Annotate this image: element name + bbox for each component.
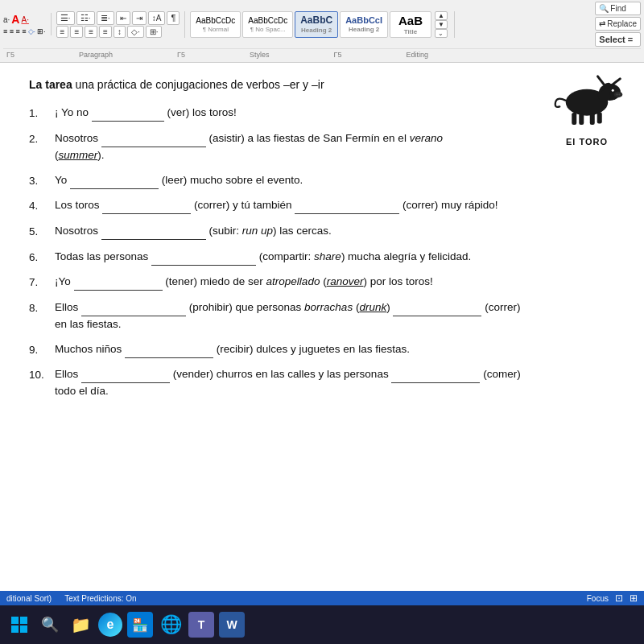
ribbon-label-fs: Γ5 xyxy=(6,51,14,59)
style-heading1[interactable]: AaBbC Heading 2 xyxy=(295,11,338,38)
styles-more[interactable]: ⌄ xyxy=(435,29,448,38)
q3-num: 3. xyxy=(29,172,48,190)
numbering-btn[interactable]: ☷· xyxy=(76,11,95,25)
q6-text: Todas las personas (compartir: share) mu… xyxy=(55,249,615,266)
focus-icon: ⊡ xyxy=(615,592,623,604)
taskbar-teams[interactable]: T xyxy=(188,612,214,638)
replace-button[interactable]: ⇄ Replace xyxy=(595,17,641,31)
svg-point-13 xyxy=(618,93,620,95)
q2-blank1[interactable] xyxy=(101,134,206,147)
shading-btn[interactable]: ◇· xyxy=(127,26,144,38)
ribbon-label-fs3: Γ5 xyxy=(333,51,341,59)
q8-num: 8. xyxy=(29,299,48,317)
q6-num: 6. xyxy=(29,249,48,266)
font-group: a· A A· ≡ ≡ ≡ ≡ ◇· ⊞· xyxy=(3,13,52,35)
q1-num: 1. xyxy=(29,105,48,122)
sort-btn[interactable]: ↕A xyxy=(148,11,166,25)
svg-line-4 xyxy=(598,76,605,85)
search-icon: 🔍 xyxy=(599,4,609,13)
style-title[interactable]: AaB Title xyxy=(390,11,431,38)
q10-blank1[interactable] xyxy=(81,370,170,383)
start-button[interactable] xyxy=(6,612,32,638)
question-5: 5. Nosotros (subir: run up) las cercas. xyxy=(29,223,615,241)
svg-rect-17 xyxy=(20,625,27,633)
align-right-btn[interactable]: ≡ xyxy=(85,26,97,38)
svg-rect-16 xyxy=(11,625,19,633)
predictions-label: Text Predictions: On xyxy=(64,594,136,603)
q9-blank1[interactable] xyxy=(125,345,213,358)
statusbar: ditional Sort) Text Predictions: On Focu… xyxy=(0,591,644,605)
taskbar: 🔍 📁 e 🏪 🌐 T W xyxy=(0,605,644,644)
align-left-btn[interactable]: ≡ xyxy=(56,26,69,38)
q10-text: Ellos (vender) churros en las calles y l… xyxy=(55,366,615,400)
q7-text: ¡Yo (tener) miedo de ser atropellado (ra… xyxy=(55,274,615,291)
multilevel-btn[interactable]: ≣· xyxy=(97,11,114,25)
svg-point-10 xyxy=(612,89,614,92)
line-spacing-btn[interactable]: ↕ xyxy=(114,26,126,38)
question-9: 9. Muchos niños (recibir) dulces y jugue… xyxy=(29,341,615,359)
editing-group: 🔍 Find ⇄ Replace Select = xyxy=(595,2,641,47)
taskbar-store[interactable]: 🏪 xyxy=(127,612,153,638)
taskbar-search[interactable]: 🔍 xyxy=(37,612,63,638)
q8-text: Ellos (prohibir) que personas borrachas … xyxy=(55,299,615,333)
q4-num: 4. xyxy=(29,197,48,215)
style-heading2[interactable]: AaBbCcI Heading 2 xyxy=(340,11,388,38)
ribbon-label-editing: Editing xyxy=(406,51,428,59)
q4-blank1[interactable] xyxy=(102,201,191,214)
style-nospacing[interactable]: AaBbCcDc ¶ No Spac... xyxy=(242,11,293,38)
question-6: 6. Todas las personas (compartir: share)… xyxy=(29,249,615,266)
highlight-icon: ◇· xyxy=(28,27,36,35)
q6-blank1[interactable] xyxy=(151,253,256,266)
style-normal[interactable]: AaBbCcDc ¶ Normal xyxy=(190,11,241,38)
taskbar-edge[interactable]: e xyxy=(98,613,122,637)
document-area: El TORO La tarea una práctica de conjuga… xyxy=(0,63,644,591)
q8-blank1[interactable] xyxy=(81,303,186,316)
svg-rect-14 xyxy=(11,617,19,624)
q4-blank2[interactable] xyxy=(295,201,399,214)
taskbar-explorer[interactable]: 📁 xyxy=(68,612,93,638)
ribbon-label-styles: Styles xyxy=(250,51,270,59)
q3-blank1[interactable] xyxy=(70,176,159,189)
zoom-icon: ⊞ xyxy=(630,592,638,604)
svg-line-3 xyxy=(613,79,621,85)
borders-btn[interactable]: ⊞· xyxy=(146,26,163,38)
windows-icon xyxy=(11,617,27,633)
q5-blank1[interactable] xyxy=(101,227,206,240)
bullets-btn[interactable]: ☰· xyxy=(56,11,75,25)
q9-text: Muchos niños (recibir) dulces y juguetes… xyxy=(55,341,615,358)
q2-num: 2. xyxy=(29,130,48,148)
styles-scroll-up[interactable]: ▲ xyxy=(435,11,448,20)
question-8: 8. Ellos (prohibir) que personas borrach… xyxy=(29,299,615,333)
font-color-a: A xyxy=(11,13,19,26)
q1-blank1[interactable] xyxy=(92,109,164,122)
q10-blank2[interactable] xyxy=(391,370,480,383)
pilcrow-btn[interactable]: ¶ xyxy=(167,11,180,25)
q8-blank2[interactable] xyxy=(393,303,481,316)
taskbar-word[interactable]: W xyxy=(219,612,245,638)
ribbon-label-fs2: Γ5 xyxy=(177,51,185,59)
font-underline-a: A· xyxy=(21,15,28,24)
q5-num: 5. xyxy=(29,223,48,241)
svg-point-12 xyxy=(616,93,617,95)
ribbon-label-paragraph: Paragraph xyxy=(79,51,113,59)
justify-btn[interactable]: ≡ xyxy=(99,26,112,38)
q7-blank1[interactable] xyxy=(74,278,163,291)
font-name: a· xyxy=(3,15,10,24)
align-center-btn[interactable]: ≡ xyxy=(70,26,83,38)
select-button[interactable]: Select = xyxy=(595,32,641,47)
replace-icon: ⇄ xyxy=(599,19,605,28)
styles-scroll-down[interactable]: ▼ xyxy=(435,20,448,29)
document-title: La tarea una práctica de conjugaciones d… xyxy=(29,76,615,93)
q3-text: Yo (leer) mucho sobre el evento. xyxy=(55,172,615,189)
q2-text: Nosotros (asistir) a las fiestas de San … xyxy=(55,130,615,164)
question-2: 2. Nosotros (asistir) a las fiestas de S… xyxy=(29,130,615,164)
taskbar-chrome[interactable]: 🌐 xyxy=(158,612,184,638)
q9-num: 9. xyxy=(29,341,48,359)
q7-num: 7. xyxy=(29,274,48,291)
find-button[interactable]: 🔍 Find xyxy=(595,2,641,15)
svg-point-11 xyxy=(614,92,623,98)
align-icon: ≡ ≡ ≡ ≡ xyxy=(3,27,27,35)
statusbar-right: Focus ⊡ ⊞ xyxy=(587,592,638,604)
indent-more-btn[interactable]: ⇥ xyxy=(132,11,147,25)
indent-less-btn[interactable]: ⇤ xyxy=(116,11,130,25)
